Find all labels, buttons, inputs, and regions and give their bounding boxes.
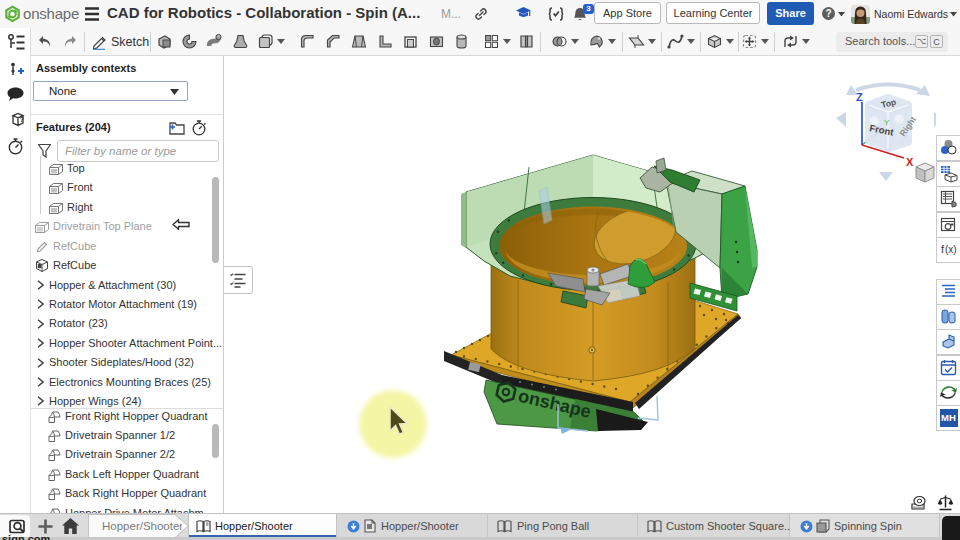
svg-text:Y: Y (884, 118, 890, 127)
svg-text:Z: Z (856, 91, 863, 103)
svg-text:X: X (906, 156, 914, 168)
svg-text:(x): (x) (945, 244, 957, 255)
svg-text:?: ? (19, 115, 24, 124)
